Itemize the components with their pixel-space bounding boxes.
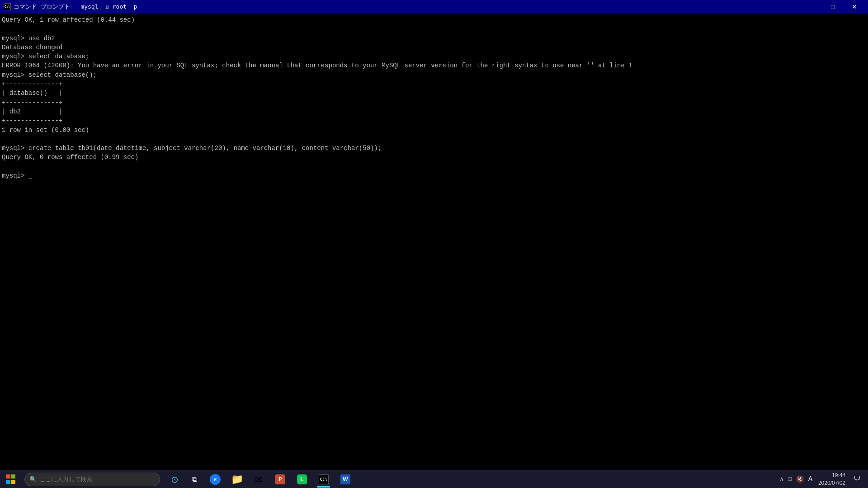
maximize-button[interactable]: □ — [823, 0, 843, 13]
word-taskbar-button[interactable]: W — [335, 470, 355, 488]
cortana-button[interactable]: ⊙ — [165, 470, 184, 488]
ie-icon: e — [210, 474, 221, 485]
notification-button[interactable]: 🗨 — [850, 470, 864, 488]
search-input[interactable] — [39, 476, 148, 483]
close-button[interactable]: ✕ — [844, 0, 864, 13]
volume-icon[interactable]: 🔇 — [795, 475, 805, 483]
line-taskbar-button[interactable]: L — [292, 470, 312, 488]
terminal-app-icon: C:\ — [4, 3, 11, 10]
window-controls: ─ □ ✕ — [802, 0, 864, 13]
cmd-taskbar-button[interactable]: C:\ — [314, 470, 334, 488]
powerpoint-icon: P — [275, 474, 285, 484]
mail-icon: ✉ — [255, 474, 263, 485]
clock-time: 19:44 — [832, 472, 845, 479]
powerpoint-taskbar-button[interactable]: P — [270, 470, 290, 488]
clock-date: 2020/07/02 — [818, 479, 845, 487]
notification-icon: 🗨 — [854, 475, 861, 483]
show-hidden-icons[interactable]: ∧ — [778, 475, 785, 483]
windows-logo-icon — [6, 474, 16, 484]
file-explorer-taskbar-button[interactable]: 📁 — [227, 470, 247, 488]
ime-icon[interactable]: A — [807, 475, 814, 483]
system-clock[interactable]: 19:44 2020/07/02 — [816, 472, 848, 487]
network-icon[interactable]: □ — [787, 476, 793, 483]
taskbar-app-area: ⊙ ⧉ e 📁 ✉ P L C:\ W — [165, 470, 355, 488]
taskbar-search[interactable]: 🔍 — [24, 473, 160, 486]
taskbar: 🔍 ⊙ ⧉ e 📁 ✉ P L C:\ — [0, 470, 868, 488]
cmd-icon: C:\ — [319, 474, 329, 484]
word-icon: W — [340, 474, 350, 484]
search-icon: 🔍 — [29, 476, 37, 483]
line-icon: L — [297, 474, 307, 484]
terminal-window[interactable]: Query OK, 1 row affected (0.44 sec) mysq… — [0, 14, 868, 470]
mail-taskbar-button[interactable]: ✉ — [249, 470, 269, 488]
taskbar-system-tray: ∧ □ 🔇 A 19:44 2020/07/02 🗨 — [778, 470, 868, 488]
terminal-output: Query OK, 1 row affected (0.44 sec) mysq… — [2, 15, 866, 180]
folder-icon: 📁 — [231, 474, 243, 485]
start-button[interactable] — [0, 470, 23, 488]
title-bar: C:\ コマンド プロンプト - mysql -u root -p ─ □ ✕ — [0, 0, 868, 14]
ie-taskbar-button[interactable]: e — [205, 470, 225, 488]
title-bar-left: C:\ コマンド プロンプト - mysql -u root -p — [4, 3, 137, 11]
task-view-button[interactable]: ⧉ — [185, 470, 203, 488]
window-title: コマンド プロンプト - mysql -u root -p — [14, 3, 137, 11]
minimize-button[interactable]: ─ — [802, 0, 822, 13]
